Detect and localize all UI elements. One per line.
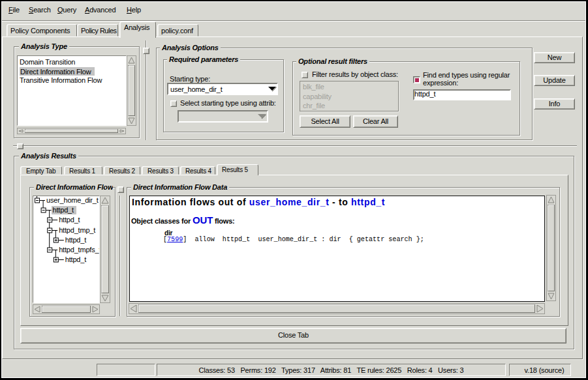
svg-text:httpd_t: httpd_t	[65, 236, 86, 244]
svg-text:httpd_t: httpd_t	[53, 206, 74, 214]
svg-text:user_home_dir_t: user_home_dir_t	[46, 196, 99, 204]
svg-text:httpd_t: httpd_t	[59, 216, 80, 224]
svg-text:httpd_tmpfs_t: httpd_tmpfs_t	[59, 246, 99, 254]
svg-text:httpd_tmp_t: httpd_tmp_t	[59, 226, 95, 234]
svg-text:httpd_t: httpd_t	[65, 256, 86, 263]
